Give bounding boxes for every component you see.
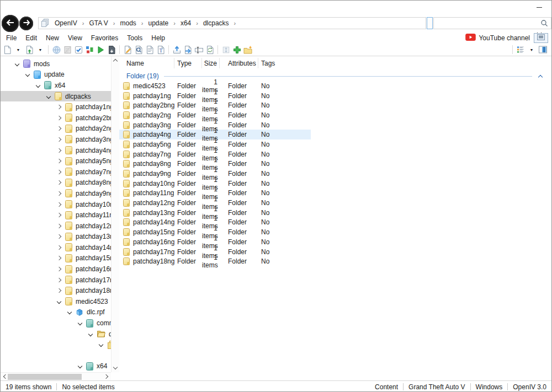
export-button[interactable] — [182, 44, 193, 56]
new-document-dropdown-button[interactable]: ▼ — [13, 44, 24, 56]
chevron-right-icon[interactable] — [55, 232, 63, 241]
column-header-name[interactable]: Name — [119, 58, 174, 68]
play-button[interactable] — [95, 44, 106, 56]
breadcrumb-item-openiv[interactable]: OpenIV — [52, 19, 80, 27]
chevron-right-icon[interactable] — [55, 178, 63, 187]
add-document-dropdown-button[interactable]: ▼ — [35, 44, 46, 56]
tree-item-patchday10ng[interactable]: patchday10ng — [1, 199, 111, 210]
status-openiv-3.0[interactable]: OpenIV 3.0 — [507, 383, 551, 390]
new-folder-button[interactable] — [242, 44, 253, 56]
status-windows[interactable]: Windows — [470, 383, 508, 390]
chevron-right-icon[interactable] — [55, 189, 63, 198]
tree-item-patchday15ng[interactable]: patchday15ng — [1, 253, 111, 264]
column-header-tags[interactable]: Tags — [258, 58, 311, 68]
group-collapse-chevron-icon[interactable] — [537, 73, 544, 79]
menu-favorites[interactable]: Favorites — [87, 34, 123, 42]
group-label[interactable]: Folder (19) — [126, 72, 159, 80]
tree-item-patchday5ng[interactable]: patchday5ng — [1, 155, 111, 167]
back-button[interactable] — [2, 15, 19, 32]
add-document-button[interactable] — [24, 44, 35, 56]
save-archive-button[interactable] — [106, 44, 117, 56]
package-button[interactable] — [51, 44, 62, 56]
edit-document-button[interactable] — [122, 44, 133, 56]
tree-item-patchday4ng[interactable]: patchday4ng — [1, 145, 111, 156]
chevron-right-icon[interactable] — [55, 286, 63, 295]
chevron-right-icon[interactable] — [55, 135, 63, 144]
scroll-right-arrow[interactable] — [104, 374, 109, 379]
tree-item-patchday17ng[interactable]: patchday17ng — [1, 275, 111, 286]
menu-view[interactable]: View — [63, 34, 87, 42]
column-header-type[interactable]: Type — [174, 58, 202, 68]
youtube-channel-link[interactable]: YouTube channel — [465, 34, 530, 42]
chevron-down-icon[interactable] — [65, 308, 74, 316]
chevron-down-icon[interactable] — [23, 70, 32, 79]
chevron-right-icon[interactable] — [55, 124, 63, 133]
chevron-right-icon[interactable] — [55, 211, 63, 219]
tree-item-patchday2bng[interactable]: patchday2bng — [1, 112, 111, 123]
tree-item-patchday8ng[interactable]: patchday8ng — [1, 178, 111, 189]
tree-item-dlcpacks[interactable]: dlcpacks — [1, 91, 111, 102]
chevron-down-icon[interactable] — [55, 297, 63, 306]
tree-item-patchday9ng[interactable]: patchday9ng — [1, 188, 111, 199]
tree-item-x64[interactable]: x64 — [1, 80, 111, 91]
chevron-right-icon[interactable] — [55, 200, 63, 209]
tree-item-medic4523[interactable]: medic4523 — [1, 296, 111, 307]
chevron-right-icon[interactable] — [55, 243, 63, 252]
sort-button[interactable] — [220, 44, 231, 56]
column-header-size[interactable]: Size — [202, 58, 220, 68]
tree-item-update[interactable]: update — [1, 69, 111, 80]
view-options-dropdown-button[interactable]: ▼ — [526, 44, 537, 56]
search-icon[interactable] — [540, 19, 551, 27]
tree-vertical-scrollbar[interactable] — [111, 56, 119, 372]
chevron-down-icon[interactable] — [34, 81, 43, 90]
chevron-right-icon[interactable] — [55, 146, 63, 155]
tree-item-patchday14ng[interactable]: patchday14ng — [1, 242, 111, 253]
tree-item-patchday2ng[interactable]: patchday2ng — [1, 123, 111, 135]
breadcrumb-item-mods[interactable]: mods — [118, 19, 139, 27]
tree-item-patchday7ng[interactable]: patchday7ng — [1, 167, 111, 178]
status-grand-theft-auto-v[interactable]: Grand Theft Auto V — [403, 383, 470, 390]
horizontal-scroll-thumb[interactable] — [8, 374, 82, 380]
scroll-down-arrow[interactable] — [113, 366, 118, 370]
menu-edit[interactable]: Edit — [21, 34, 41, 42]
menu-file[interactable]: File — [2, 34, 21, 42]
blocks-button[interactable] — [84, 44, 95, 56]
scroll-up-arrow[interactable] — [113, 58, 118, 63]
replace-button[interactable] — [204, 44, 215, 56]
search-input[interactable] — [434, 18, 540, 28]
tree-item-patchday12ng[interactable]: patchday12ng — [1, 221, 111, 232]
add-item-button[interactable] — [231, 44, 242, 56]
chevron-down-icon[interactable] — [97, 340, 105, 349]
chevron-down-icon[interactable] — [86, 330, 95, 339]
breadcrumb-item-x64[interactable]: x64 — [178, 19, 194, 27]
menu-help[interactable]: Help — [147, 34, 169, 42]
menu-tools[interactable]: Tools — [123, 34, 147, 42]
chevron-right-icon[interactable] — [55, 103, 63, 111]
details-view-button[interactable] — [515, 44, 526, 56]
breadcrumb-item-gta-v[interactable]: GTA V — [86, 19, 110, 27]
text-document-button[interactable] — [144, 44, 155, 56]
chevron-down-icon[interactable] — [76, 362, 84, 370]
columns-view-button[interactable] — [537, 44, 548, 56]
tree-item-patchday3ng[interactable]: patchday3ng — [1, 134, 111, 145]
forward-button[interactable] — [19, 17, 33, 30]
chevron-right-icon[interactable] — [55, 114, 63, 122]
tree-item-patchday11ng[interactable]: patchday11ng — [1, 210, 111, 221]
chevron-right-icon[interactable] — [55, 254, 63, 262]
chevron-right-icon[interactable] — [55, 265, 63, 273]
breadcrumb-splitter[interactable] — [427, 17, 433, 29]
file-row-patchday18ng[interactable]: patchday18ngFolder1 itemsFolderNo — [119, 256, 311, 266]
tree-item-patchday1ng[interactable]: patchday1ng — [1, 101, 111, 112]
tree-horizontal-scrollbar[interactable] — [1, 372, 111, 380]
chevron-right-icon[interactable] — [55, 168, 63, 176]
status-content[interactable]: Content — [370, 383, 403, 390]
tree-item-patchday13ng[interactable]: patchday13ng — [1, 232, 111, 243]
package-disabled-button[interactable] — [62, 44, 73, 56]
breadcrumb-item-dlcpacks[interactable]: dlcpacks — [200, 19, 232, 27]
tree-item-dlc.rpf[interactable]: dlc.rpf — [1, 307, 111, 318]
chevron-right-icon[interactable] — [55, 222, 63, 230]
screen-mode-button[interactable] — [534, 33, 548, 43]
tree-item-data[interactable]: data — [1, 329, 111, 340]
menu-new[interactable]: New — [41, 34, 63, 42]
tree-item-clipped[interactable] — [1, 339, 111, 350]
